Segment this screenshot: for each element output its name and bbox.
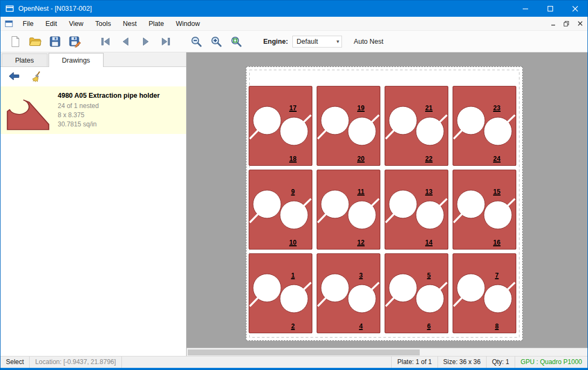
maximize-icon (548, 6, 553, 12)
nest-pair[interactable]: 1516 (453, 170, 516, 250)
menu-item-tools[interactable]: Tools (90, 17, 117, 31)
close-icon (572, 6, 578, 12)
maximize-button[interactable] (538, 1, 563, 17)
drawing-title: 4980 A05 Extraction pipe holder (58, 92, 160, 99)
nest-pair[interactable]: 12 (249, 254, 312, 333)
go-previous-button[interactable] (115, 33, 135, 50)
zoom-in-icon (210, 35, 223, 48)
menu-item-window[interactable]: Window (170, 17, 206, 31)
status-qty: Qty: 1 (486, 356, 515, 368)
panel-toolbar (1, 67, 186, 86)
left-panel: Plates Drawings (1, 52, 187, 356)
zoom-in-button[interactable] (206, 33, 226, 50)
part-number: 24 (493, 155, 501, 163)
close-button[interactable] (563, 1, 587, 17)
zoom-fit-icon (230, 35, 243, 48)
part-number: 15 (493, 188, 501, 196)
window-accent-strip (1, 368, 587, 369)
drawing-item[interactable]: 4980 A05 Extraction pipe holder 24 of 1 … (1, 86, 186, 134)
clean-broom-icon (30, 70, 43, 83)
part-number: 16 (493, 239, 501, 246)
nest-pair[interactable]: 1314 (385, 170, 448, 250)
mdi-minimize-icon (551, 21, 556, 26)
go-previous-icon (119, 35, 132, 48)
part-number: 20 (357, 155, 365, 163)
go-first-button[interactable] (95, 33, 115, 50)
chevron-down-icon: ▾ (337, 38, 339, 44)
menu-item-view[interactable]: View (63, 17, 90, 31)
import-drawing-icon (8, 70, 20, 83)
minimize-button[interactable] (513, 1, 538, 17)
engine-select[interactable]: Default ▾ (292, 36, 342, 48)
horizontal-scrollbar-thumb[interactable] (188, 349, 420, 355)
part-number: 22 (425, 155, 433, 163)
go-last-button[interactable] (155, 33, 175, 50)
mdi-restore-button[interactable] (560, 19, 572, 29)
status-plate: Plate: 1 of 1 (391, 356, 437, 368)
menu-item-file[interactable]: File (17, 17, 39, 31)
menu-item-plate[interactable]: Plate (142, 17, 170, 31)
menu-item-edit[interactable]: Edit (39, 17, 63, 31)
nest-pair[interactable]: 2122 (385, 86, 448, 166)
save-as-icon (69, 35, 81, 48)
part-number: 17 (289, 104, 297, 112)
zoom-out-button[interactable] (186, 33, 206, 50)
nest-pair[interactable]: 1718 (249, 86, 312, 166)
go-last-icon (159, 35, 172, 48)
part-number: 4 (359, 322, 363, 330)
nest-pair[interactable]: 2324 (453, 86, 516, 166)
content-area: Plates Drawings (1, 52, 587, 356)
mdi-minimize-button[interactable] (547, 19, 559, 29)
app-icon (5, 4, 14, 13)
nest-canvas[interactable]: 171819202122232491011121314151612345678 (187, 52, 587, 356)
go-next-button[interactable] (135, 33, 155, 50)
auto-nest-button[interactable]: Auto Nest (354, 38, 384, 45)
nest-svg: 171819202122232491011121314151612345678 (247, 67, 522, 340)
part-number: 3 (359, 272, 363, 279)
part-number: 8 (495, 322, 499, 330)
menu-item-nest[interactable]: Nest (117, 17, 143, 31)
panel-tabs: Plates Drawings (1, 52, 186, 67)
import-drawing-button[interactable] (6, 69, 22, 84)
part-number: 6 (427, 322, 431, 330)
go-first-icon (99, 35, 112, 48)
horizontal-scrollbar[interactable] (187, 348, 587, 356)
minimize-icon (523, 6, 529, 12)
engine-value: Default (297, 38, 318, 45)
save-as-button[interactable] (65, 33, 85, 50)
menu-items: FileEditViewToolsNestPlateWindow (17, 17, 206, 31)
status-location: Location: [-0.9437, 21.8796] (30, 356, 121, 368)
drawing-thumbnail (6, 90, 50, 131)
app-window: OpenNest - [N0317-002] FileEditViewTools… (0, 0, 588, 370)
nest-pair[interactable]: 34 (317, 254, 380, 333)
nest-pair[interactable]: 78 (453, 254, 516, 333)
nest-pair[interactable]: 1112 (317, 170, 380, 250)
tab-plates[interactable]: Plates (2, 53, 47, 66)
status-gpu: GPU : Quadro P1000 (515, 356, 587, 368)
part-number: 13 (425, 188, 433, 196)
nest-pair[interactable]: 1920 (317, 86, 380, 166)
mdi-close-button[interactable] (574, 19, 586, 29)
zoom-fit-button[interactable] (226, 33, 246, 50)
window-title: OpenNest - [N0317-002] (18, 5, 92, 12)
part-number: 2 (291, 322, 295, 330)
new-file-icon (9, 35, 22, 48)
window-titlebar: OpenNest - [N0317-002] (1, 1, 587, 17)
part-number: 21 (425, 104, 433, 112)
part-number: 14 (425, 239, 433, 246)
open-file-button[interactable] (25, 33, 45, 50)
part-number: 23 (493, 104, 501, 112)
tab-drawings[interactable]: Drawings (49, 53, 104, 67)
drawing-nested-count: 24 of 1 nested (58, 102, 160, 111)
part-number: 5 (427, 272, 431, 279)
part-number: 12 (357, 239, 365, 246)
part-number: 9 (291, 188, 295, 196)
part-number: 18 (289, 155, 297, 163)
new-file-button[interactable] (5, 33, 25, 50)
status-size: Size: 36 x 36 (437, 356, 486, 368)
save-button[interactable] (45, 33, 65, 50)
clean-drawings-button[interactable] (29, 69, 45, 84)
nest-pair[interactable]: 56 (385, 254, 448, 333)
zoom-out-icon (190, 35, 203, 48)
nest-pair[interactable]: 910 (249, 170, 312, 250)
